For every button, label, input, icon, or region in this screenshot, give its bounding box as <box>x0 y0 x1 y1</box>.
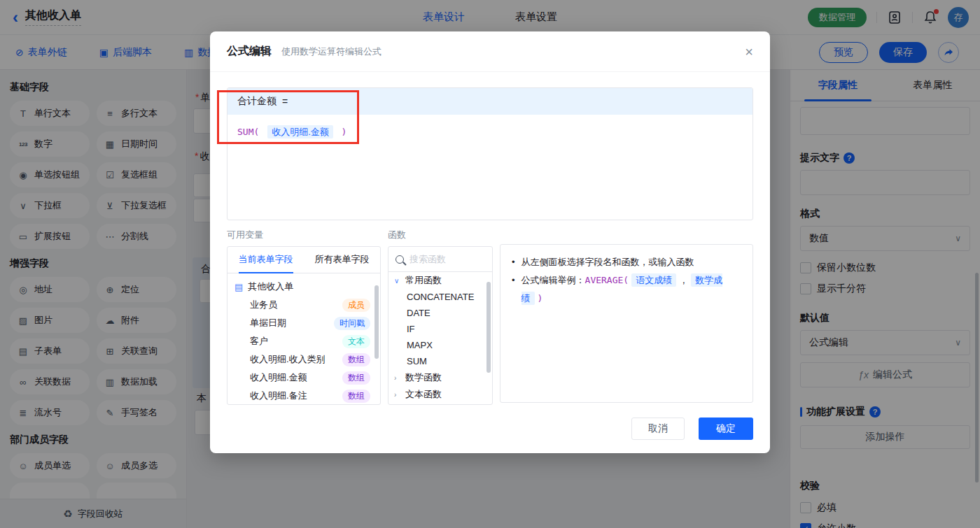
chevron-expanded-icon: ∨ <box>394 277 401 285</box>
modal-subtitle: 使用数学运算符编辑公式 <box>281 45 382 58</box>
variable-item[interactable]: 收入明细.备注 数组 <box>227 387 380 405</box>
variables-panel: 当前表单字段 所有表单字段 ▤ 其他收入单 <box>227 246 381 405</box>
variables-tabs: 当前表单字段 所有表单字段 <box>227 247 380 273</box>
variable-name: 收入明细.备注 <box>250 390 307 402</box>
variable-type-tag: 成员 <box>342 299 370 312</box>
help-line-2: • 公式编辑举例：AVERAGE(语文成绩，数学成绩) <box>512 271 741 308</box>
function-group-collapsed[interactable]: › 数学函数 <box>388 369 492 386</box>
variable-item[interactable]: 业务员 成员 <box>227 296 380 314</box>
formula-target: 合计金额 <box>237 95 276 108</box>
scrollbar-thumb[interactable] <box>486 282 491 373</box>
variable-item[interactable]: 收入明细.金额 数组 <box>227 369 380 387</box>
field-chip: 语文成绩 <box>631 273 676 287</box>
variable-item[interactable]: 收入明细.收入类别 数组 <box>227 350 380 369</box>
form-doc-icon: ▤ <box>234 282 243 292</box>
confirm-button[interactable]: 确定 <box>699 418 753 440</box>
scrollbar-thumb[interactable] <box>374 285 379 359</box>
variable-type-tag: 数组 <box>342 390 370 403</box>
help-example-close: ) <box>538 293 543 304</box>
function-item[interactable]: DATE <box>388 305 492 321</box>
close-icon[interactable]: × <box>745 45 753 59</box>
variable-name: 收入明细.金额 <box>250 371 307 384</box>
modal-title: 公式编辑 <box>227 44 272 59</box>
variable-type-tag: 文本 <box>342 335 370 348</box>
function-group-collapsed[interactable]: › 文本函数 <box>388 386 492 403</box>
functions-label: 函数 <box>388 229 493 241</box>
cancel-button[interactable]: 取消 <box>631 418 685 440</box>
variable-type-tag: 数组 <box>342 371 370 385</box>
function-search-input[interactable] <box>410 254 485 264</box>
help-column: • 从左侧面板选择字段名和函数，或输入函数 • 公式编辑举例：AVERAGE(语… <box>500 229 753 405</box>
bullet: • <box>512 271 515 290</box>
modal-header: 公式编辑 使用数学运算符编辑公式 × <box>210 31 770 72</box>
modal-panels: 可用变量 当前表单字段 所有表单字段 <box>227 229 753 405</box>
formula-expression[interactable]: SUM( 收入明细.金额 ) <box>227 115 752 150</box>
bullet: • <box>512 253 515 271</box>
variable-name: 业务员 <box>250 299 277 311</box>
chevron-collapsed-icon: › <box>394 391 401 399</box>
modal-body: 合计金额 = SUM( 收入明细.金额 ) 可用变量 当前表单字段 <box>210 72 770 440</box>
variable-item[interactable]: 单据日期 时间戳 <box>227 314 380 332</box>
variable-type-tag: 数组 <box>342 353 370 366</box>
functions-panel: ∨ 常用函数 CONCATENATE DATE IF MAPX SUM <box>388 246 493 405</box>
comma: ， <box>679 275 688 285</box>
search-icon <box>396 255 404 264</box>
variable-type-tag: 时间戳 <box>334 317 370 330</box>
variables-tree-root[interactable]: ▤ 其他收入单 <box>227 278 380 296</box>
functions-column: 函数 ∨ 常用函数 CONCATENATE DATE I <box>388 229 493 405</box>
field-chip[interactable]: 收入明细.金额 <box>267 125 333 138</box>
formula-editor-modal: 公式编辑 使用数学运算符编辑公式 × 合计金额 = SUM( 收入明细.金额 )… <box>210 31 770 453</box>
help-panel: • 从左侧面板选择字段名和函数，或输入函数 • 公式编辑举例：AVERAGE(语… <box>500 244 753 403</box>
function-item[interactable]: CONCATENATE <box>388 289 492 305</box>
function-item[interactable]: MAPX <box>388 337 492 353</box>
help-line-1: • 从左侧面板选择字段名和函数，或输入函数 <box>512 253 741 271</box>
formula-close-paren: ) <box>342 127 347 137</box>
variable-name: 客户 <box>250 335 268 348</box>
function-item[interactable]: SUM <box>388 353 492 369</box>
formula-target-row: 合计金额 = <box>227 88 752 115</box>
variables-tab[interactable]: 所有表单字段 <box>304 247 380 273</box>
variable-name: 收入明细.收入类别 <box>250 353 326 366</box>
help-example-prefix: 公式编辑举例： <box>522 275 585 285</box>
chevron-collapsed-icon: › <box>394 374 401 382</box>
modal-footer: 取消 确定 <box>227 418 753 440</box>
function-search <box>388 247 492 272</box>
help-example-func: AVERAGE( <box>585 275 629 285</box>
variables-tab[interactable]: 当前表单字段 <box>227 247 304 273</box>
variable-item[interactable]: 客户 文本 <box>227 332 380 350</box>
equals-sign: = <box>282 96 288 107</box>
function-group-common[interactable]: ∨ 常用函数 <box>388 272 492 289</box>
variables-label: 可用变量 <box>227 229 381 241</box>
formula-function: SUM( <box>237 127 259 137</box>
variable-name: 单据日期 <box>250 317 286 329</box>
formula-editor[interactable]: 合计金额 = SUM( 收入明细.金额 ) <box>227 87 753 220</box>
function-item[interactable]: IF <box>388 321 492 337</box>
help-label-spacer <box>500 229 753 239</box>
variables-tree: ▤ 其他收入单 业务员 成员 单据日期 时间戳 <box>227 273 380 405</box>
variables-root-name: 其他收入单 <box>248 280 293 293</box>
variables-column: 可用变量 当前表单字段 所有表单字段 <box>227 229 381 405</box>
